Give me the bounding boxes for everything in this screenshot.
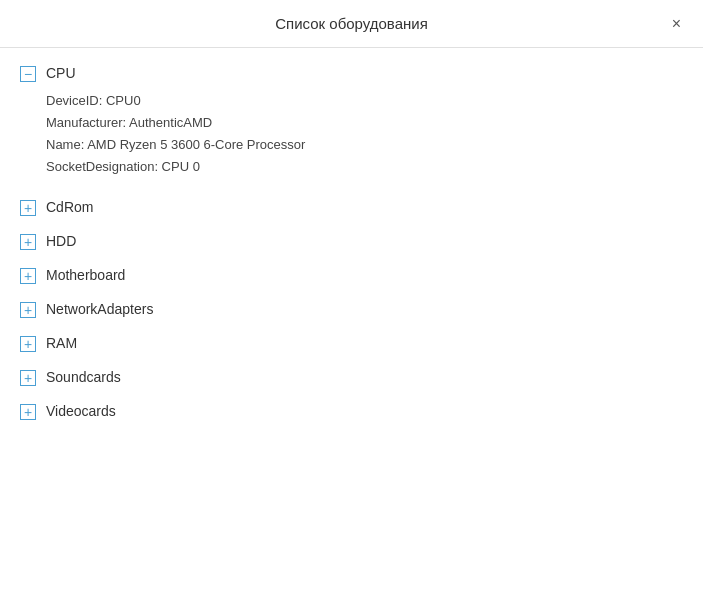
item-details-cpu: DeviceID: CPU0Manufacturer: AuthenticAMD… (0, 86, 703, 186)
dialog-header: Список оборудования × (0, 0, 703, 48)
expand-btn-ram[interactable]: + (20, 336, 36, 352)
equipment-dialog: Список оборудования × −CPUDeviceID: CPU0… (0, 0, 703, 606)
equipment-tree: −CPUDeviceID: CPU0Manufacturer: Authenti… (0, 48, 703, 424)
tree-item-header-cdrom[interactable]: +CdRom (0, 186, 703, 220)
tree-item-header-motherboard[interactable]: +Motherboard (0, 254, 703, 288)
detail-line: Name: AMD Ryzen 5 3600 6-Core Processor (46, 134, 683, 156)
item-label-videocards: Videocards (46, 403, 116, 419)
detail-line: Manufacturer: AuthenticAMD (46, 112, 683, 134)
tree-item-header-networkadapters[interactable]: +NetworkAdapters (0, 288, 703, 322)
expand-btn-motherboard[interactable]: + (20, 268, 36, 284)
item-label-soundcards: Soundcards (46, 369, 121, 385)
item-label-cpu: CPU (46, 65, 76, 81)
tree-row-soundcards: +Soundcards (0, 356, 703, 390)
item-label-hdd: HDD (46, 233, 76, 249)
tree-row-motherboard: +Motherboard (0, 254, 703, 288)
tree-row-hdd: +HDD (0, 220, 703, 254)
expand-btn-cdrom[interactable]: + (20, 200, 36, 216)
expand-btn-hdd[interactable]: + (20, 234, 36, 250)
close-button[interactable]: × (666, 12, 687, 36)
tree-item-header-cpu[interactable]: −CPU (0, 48, 703, 86)
tree-item-header-hdd[interactable]: +HDD (0, 220, 703, 254)
tree-row-videocards: +Videocards (0, 390, 703, 424)
item-label-networkadapters: NetworkAdapters (46, 301, 153, 317)
tree-row-ram: +RAM (0, 322, 703, 356)
detail-line: DeviceID: CPU0 (46, 90, 683, 112)
tree-row-cdrom: +CdRom (0, 186, 703, 220)
expand-btn-cpu[interactable]: − (20, 66, 36, 82)
expand-btn-videocards[interactable]: + (20, 404, 36, 420)
item-label-ram: RAM (46, 335, 77, 351)
tree-item-header-ram[interactable]: +RAM (0, 322, 703, 356)
item-label-motherboard: Motherboard (46, 267, 125, 283)
detail-line: SocketDesignation: CPU 0 (46, 156, 683, 178)
tree-row-networkadapters: +NetworkAdapters (0, 288, 703, 322)
tree-row-cpu: −CPUDeviceID: CPU0Manufacturer: Authenti… (0, 48, 703, 186)
item-label-cdrom: CdRom (46, 199, 93, 215)
dialog-body: −CPUDeviceID: CPU0Manufacturer: Authenti… (0, 48, 703, 606)
expand-btn-networkadapters[interactable]: + (20, 302, 36, 318)
tree-item-header-soundcards[interactable]: +Soundcards (0, 356, 703, 390)
expand-btn-soundcards[interactable]: + (20, 370, 36, 386)
dialog-title: Список оборудования (275, 15, 428, 32)
tree-item-header-videocards[interactable]: +Videocards (0, 390, 703, 424)
